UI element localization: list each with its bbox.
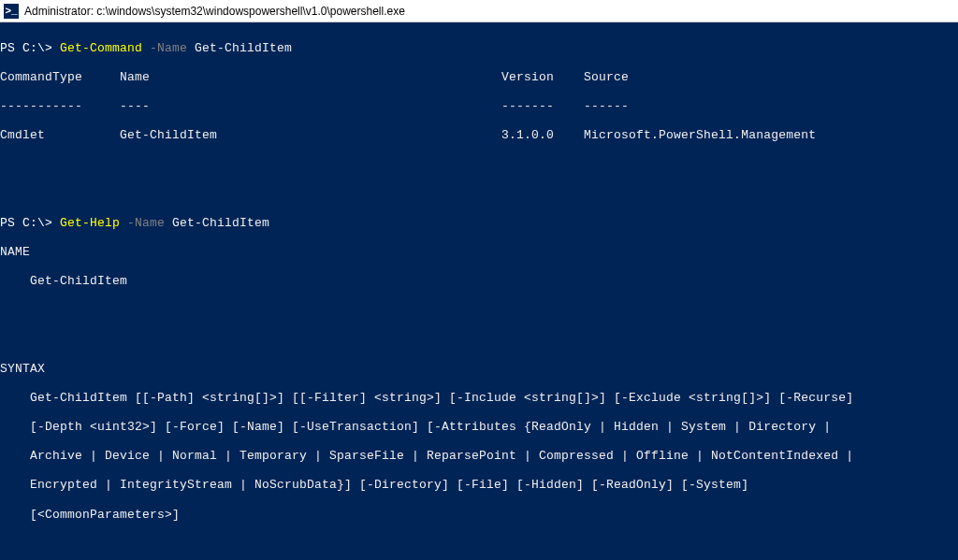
blank-line [0, 187, 958, 202]
command-line-2: PS C:\> Get-Help -Name Get-ChildItem [0, 216, 958, 231]
syntax-line: Get-ChildItem [[-Path] <string[]>] [[-Fi… [0, 391, 958, 406]
blank-line [0, 157, 958, 172]
window-titlebar: >_ Administrator: c:\windows\system32\wi… [0, 0, 958, 22]
syntax-line: [<CommonParameters>] [0, 508, 958, 523]
help-name-header: NAME [0, 245, 958, 260]
syntax-line: Archive | Device | Normal | Temporary | … [0, 449, 958, 464]
window-title: Administrator: c:\windows\system32\windo… [24, 5, 405, 18]
help-name-value: Get-ChildItem [0, 274, 958, 289]
syntax-line: Encrypted | IntegrityStream | NoScrubDat… [0, 478, 958, 493]
blank-line [0, 303, 958, 318]
command-line-1: PS C:\> Get-Command -Name Get-ChildItem [0, 41, 958, 56]
table-header-row: CommandType Name Version Source [0, 70, 958, 85]
blank-line [0, 332, 958, 347]
powershell-icon: >_ [4, 4, 19, 19]
terminal-output[interactable]: PS C:\> Get-Command -Name Get-ChildItem … [0, 22, 958, 560]
help-syntax-header: SYNTAX [0, 362, 958, 377]
table-result-row: Cmdlet Get-ChildItem 3.1.0.0 Microsoft.P… [0, 128, 958, 143]
table-divider-row: ----------- ---- ------- ------ [0, 99, 958, 114]
syntax-line: [-Depth <uint32>] [-Force] [-Name] [-Use… [0, 420, 958, 435]
blank-line [0, 537, 958, 552]
